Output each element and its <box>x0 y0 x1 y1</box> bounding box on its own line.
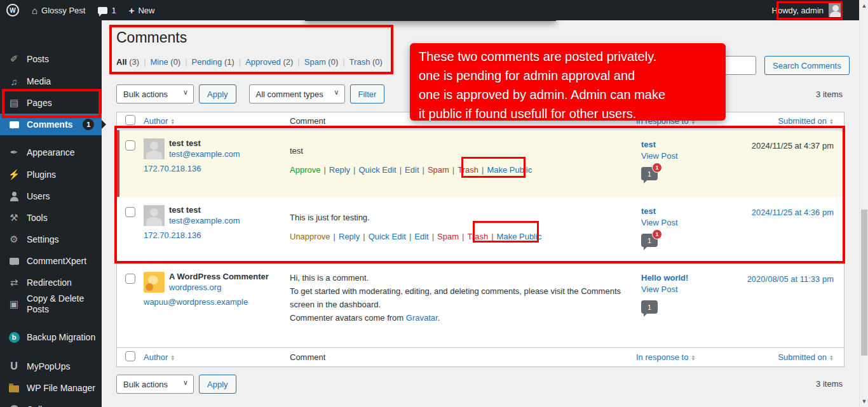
sidebar-item-users[interactable]: Users <box>0 185 102 207</box>
sidebar-item-comments[interactable]: Comments1 <box>0 114 102 135</box>
in-response-post-link[interactable]: test <box>641 139 735 150</box>
reply-count-bubble[interactable]: 1 <box>641 300 658 314</box>
sidebar-item-appearance[interactable]: ✒Appearance <box>0 142 102 163</box>
adminbar-comments[interactable]: 1 <box>92 0 122 20</box>
apply-button[interactable]: Apply <box>199 84 236 103</box>
filter-pending[interactable]: Pending (1) <box>192 57 234 67</box>
home-icon: ⌂ <box>32 6 37 15</box>
comment-action-edit[interactable]: Edit <box>405 165 419 175</box>
sidebar-item-tools[interactable]: ⚒Tools <box>0 207 102 229</box>
view-post-link[interactable]: View Post <box>641 150 735 162</box>
admin-avatar[interactable] <box>829 3 843 17</box>
filter-mine[interactable]: Mine (0) <box>151 57 181 67</box>
view-post-link[interactable]: View Post <box>641 283 735 295</box>
wordpress-logo-menu[interactable]: W <box>0 0 25 20</box>
comment-bubble-icon <box>10 258 19 265</box>
select-all-checkbox[interactable] <box>125 115 135 125</box>
sidebar-item-posts[interactable]: ✐Posts <box>0 48 102 70</box>
row-checkbox[interactable] <box>125 274 135 284</box>
header-author[interactable]: Author <box>144 116 290 126</box>
in-response-post-link[interactable]: test <box>641 206 735 217</box>
bulk-actions-select-bottom[interactable]: Bulk actions <box>116 375 194 394</box>
comment-text-line: To get started with moderating, editing,… <box>290 284 636 298</box>
comment-action-quick-edit[interactable]: Quick Edit <box>369 232 406 241</box>
view-post-link[interactable]: View Post <box>641 217 735 229</box>
sidebar-item-commentxpert[interactable]: CommentXpert <box>0 250 102 272</box>
comment-action-reply[interactable]: Reply <box>329 165 350 175</box>
comment-action-spam[interactable]: Spam <box>437 232 459 241</box>
row-checkbox[interactable] <box>125 140 135 150</box>
comment-row-default: A WordPress Commenter wordpress.org wapu… <box>117 264 844 347</box>
row-checkbox[interactable] <box>125 207 135 217</box>
sidebar-item-redirection[interactable]: ⇄Redirection <box>0 272 102 293</box>
scroll-down-icon[interactable]: ▼ <box>860 397 868 406</box>
sidebar-item-pages[interactable]: ▤Pages <box>0 92 102 114</box>
bulk-actions-select[interactable]: Bulk actions <box>116 84 194 103</box>
search-comments-button[interactable]: Search Comments <box>764 56 850 75</box>
comment-author-email[interactable]: test@example.com <box>169 215 240 227</box>
scrollbar-thumb[interactable] <box>861 210 867 356</box>
adminbar-new[interactable]: + New <box>123 0 161 20</box>
sidebar-item-copy-delete-posts[interactable]: ▣Copy & Delete Posts <box>0 293 102 315</box>
sort-icon <box>691 354 695 361</box>
footer-header-author[interactable]: Author <box>144 352 290 362</box>
comment-action-make-public[interactable]: Make Public <box>487 165 532 175</box>
bulk-actions-label: Bulk actions <box>123 380 168 389</box>
scroll-up-icon[interactable]: ▲ <box>860 1 868 10</box>
comment-action-make-public[interactable]: Make Public <box>497 232 542 241</box>
comment-action-trash[interactable]: Trash <box>458 165 478 175</box>
comment-action-approve[interactable]: Approve <box>290 165 320 175</box>
collapse-icon: ◂ <box>10 405 19 407</box>
filter-all[interactable]: All (3) <box>116 57 139 67</box>
comment-text-line: screen in the dashboard. <box>290 298 636 311</box>
scrollbar[interactable]: ▲ ▼ <box>859 0 868 407</box>
wordpress-logo-icon: W <box>6 4 19 17</box>
comment-action-quick-edit[interactable]: Quick Edit <box>358 165 396 175</box>
filter-approved[interactable]: Approved (2) <box>245 57 293 67</box>
comment-types-label: All comment types <box>256 90 323 99</box>
header-submitted-on[interactable]: Submitted on <box>735 116 845 126</box>
sidebar-item-mypopups[interactable]: UMyPopUps <box>0 356 102 377</box>
footer-header-in-response-to[interactable]: In response to <box>636 352 735 362</box>
comment-action-spam[interactable]: Spam <box>428 165 449 175</box>
comment-author-ip[interactable]: 172.70.218.136 <box>144 230 201 241</box>
sidebar-item-settings[interactable]: ⚙Settings <box>0 229 102 250</box>
sidebar-item-label: Appearance <box>27 147 75 158</box>
comment-author-email[interactable]: wapuu@wordpress.example <box>144 297 248 308</box>
avatar <box>144 205 165 226</box>
comment-action-trash[interactable]: Trash <box>467 232 488 241</box>
apply-button-bottom[interactable]: Apply <box>199 375 236 394</box>
select-all-checkbox[interactable] <box>125 351 135 361</box>
sidebar-item-media[interactable]: ♫Media <box>0 70 102 92</box>
filter-button[interactable]: Filter <box>350 84 385 103</box>
sidebar-item-wp-file-manager[interactable]: WP File Manager <box>0 377 102 399</box>
sidebar-item-collapse-menu[interactable]: ◂Collapse menu <box>0 399 102 407</box>
sidebar-item-backup-migration[interactable]: bBackup Migration <box>0 326 102 348</box>
plugins-icon: ⚡ <box>8 169 20 180</box>
wapuu-avatar <box>144 272 165 293</box>
comment-author-name: test test <box>169 138 240 149</box>
comments-table: Author Comment In response to Submitted … <box>116 112 844 367</box>
gravatar-link[interactable]: Gravatar <box>406 313 438 323</box>
comment-action-unapprove[interactable]: Unapprove <box>290 232 330 241</box>
redirection-icon: ⇄ <box>10 277 18 288</box>
site-menu[interactable]: ⌂ Glossy Pest <box>25 0 92 20</box>
howdy-admin[interactable]: Howdy, admin <box>772 6 824 15</box>
submitted-date: 2024/11/25 at 4:37 pm <box>735 130 845 197</box>
sidebar-item-plugins[interactable]: ⚡Plugins <box>0 164 102 185</box>
pending-count-badge: 1 <box>652 229 662 239</box>
comment-author-ip[interactable]: 172.70.218.136 <box>144 163 201 175</box>
comment-types-select[interactable]: All comment types <box>249 84 345 103</box>
comment-author-name: test test <box>169 205 240 215</box>
comment-author-site[interactable]: wordpress.org <box>169 282 221 293</box>
filter-spam[interactable]: Spam (0) <box>304 57 338 67</box>
sidebar-item-label: Backup Migration <box>27 332 95 343</box>
comment-action-edit[interactable]: Edit <box>414 232 428 241</box>
in-response-post-link[interactable]: Hello world! <box>641 272 735 283</box>
comment-action-reply[interactable]: Reply <box>339 232 360 241</box>
comment-author-email[interactable]: test@example.com <box>169 149 240 160</box>
filter-trash[interactable]: Trash (0) <box>349 57 383 67</box>
submitted-date: 2020/08/05 at 11:33 pm <box>735 264 845 347</box>
file-manager-icon <box>9 385 19 392</box>
footer-header-submitted-on[interactable]: Submitted on <box>735 352 845 362</box>
